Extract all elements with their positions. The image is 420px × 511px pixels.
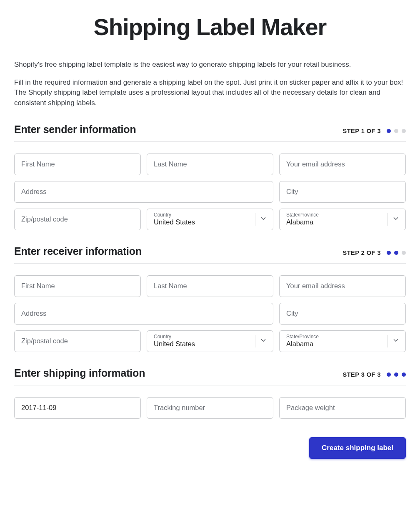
chevron-down-icon [260,215,267,224]
sender-country-label: Country [154,212,171,217]
sender-step-label: STEP 1 OF 3 [343,128,381,134]
sender-last-name-field[interactable] [147,154,273,175]
receiver-section-header: Enter receiver information STEP 2 OF 3 [14,245,406,264]
sender-first-name-field[interactable] [14,154,141,175]
receiver-step-label: STEP 2 OF 3 [343,249,381,256]
receiver-country-label: Country [154,334,171,339]
sender-city-input[interactable] [286,188,399,196]
sender-email-input[interactable] [286,160,399,168]
shipping-date-field[interactable] [14,397,141,419]
intro-paragraph-2: Fill in the required information and gen… [14,78,406,108]
sender-country-select[interactable]: Country United States [147,209,273,230]
receiver-last-name-input[interactable] [154,282,266,290]
sender-country-value: United States [154,218,195,226]
shipping-heading: Enter shipping information [14,367,145,379]
sender-city-field[interactable] [279,181,406,203]
sender-state-value: Alabama [286,218,313,226]
shipping-step-label: STEP 3 OF 3 [343,371,381,378]
sender-email-field[interactable] [279,154,406,175]
receiver-address-input[interactable] [21,310,266,317]
chevron-down-icon [392,337,400,346]
sender-zip-input[interactable] [21,215,134,223]
receiver-city-input[interactable] [286,310,399,317]
tracking-number-field[interactable] [147,397,273,419]
receiver-address-field[interactable] [14,303,273,325]
shipping-section-header: Enter shipping information STEP 3 OF 3 [14,367,406,385]
sender-address-input[interactable] [21,188,266,196]
receiver-heading: Enter receiver information [14,245,142,257]
receiver-zip-input[interactable] [21,337,134,345]
sender-step-dots [387,129,406,133]
receiver-form: Country United States State/Province Ala… [14,275,406,352]
shipping-date-input[interactable] [21,404,134,412]
intro-paragraph-1: Shopify's free shipping label template i… [14,60,406,70]
intro-text: Shopify's free shipping label template i… [14,60,406,108]
tracking-number-input[interactable] [154,404,266,412]
chevron-down-icon [392,215,400,224]
receiver-city-field[interactable] [279,303,406,325]
receiver-zip-field[interactable] [14,330,141,352]
chevron-down-icon [260,337,267,346]
receiver-state-select[interactable]: State/Province Alabama [279,330,406,352]
page-title: Shipping Label Maker [14,0,406,60]
receiver-email-input[interactable] [286,282,399,290]
sender-first-name-input[interactable] [21,160,134,168]
receiver-email-field[interactable] [279,275,406,297]
sender-state-select[interactable]: State/Province Alabama [279,209,406,230]
shipping-step-dots [387,373,406,377]
receiver-first-name-input[interactable] [21,282,134,290]
package-weight-field[interactable] [279,397,406,419]
sender-zip-field[interactable] [14,209,141,230]
sender-heading: Enter sender information [14,123,136,136]
receiver-last-name-field[interactable] [147,275,273,297]
sender-section-header: Enter sender information STEP 1 OF 3 [14,123,406,142]
create-shipping-label-button[interactable]: Create shipping label [309,437,406,459]
sender-form: Country United States State/Province Ala… [14,154,406,230]
shipping-form [14,397,406,419]
receiver-step-dots [387,251,406,255]
sender-last-name-input[interactable] [154,160,266,168]
sender-state-label: State/Province [286,212,319,217]
sender-address-field[interactable] [14,181,273,203]
receiver-country-select[interactable]: Country United States [147,330,273,352]
receiver-country-value: United States [154,340,195,348]
receiver-state-value: Alabama [286,340,313,348]
receiver-first-name-field[interactable] [14,275,141,297]
receiver-state-label: State/Province [286,334,319,339]
package-weight-input[interactable] [286,404,399,412]
